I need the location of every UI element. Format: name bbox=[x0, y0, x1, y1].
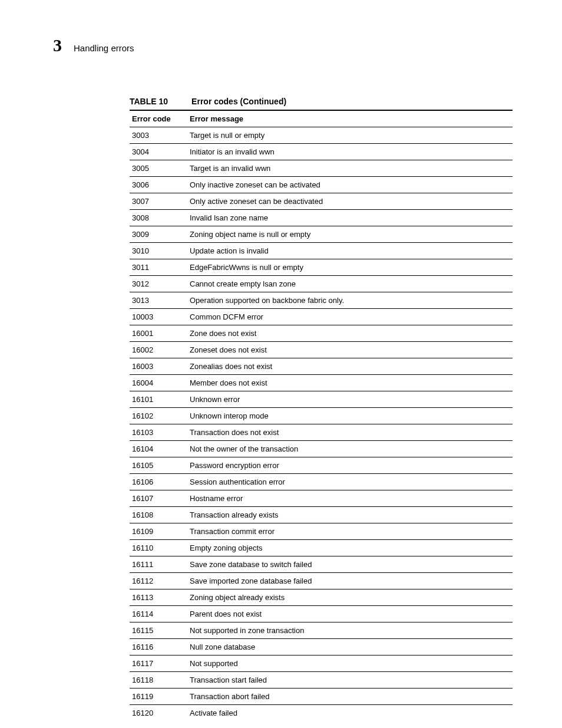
table-row: 16102Unknown interop mode bbox=[130, 408, 513, 424]
error-message-cell: Password encryption error bbox=[187, 457, 513, 474]
error-code-cell: 16117 bbox=[130, 655, 187, 672]
table-row: 10003Common DCFM error bbox=[130, 309, 513, 325]
table-row: 3010Update action is invalid bbox=[130, 243, 513, 259]
error-code-cell: 16105 bbox=[130, 457, 187, 474]
table-row: 16109Transaction commit error bbox=[130, 523, 513, 540]
table-row: 3003Target is null or empty bbox=[130, 127, 513, 144]
col-header-message: Error message bbox=[187, 110, 513, 127]
error-message-cell: Common DCFM error bbox=[187, 309, 513, 325]
error-code-cell: 16004 bbox=[130, 375, 187, 391]
table-row: 3004Initiator is an invalid wwn bbox=[130, 144, 513, 160]
table-row: 16101Unknown error bbox=[130, 391, 513, 408]
error-message-cell: Initiator is an invalid wwn bbox=[187, 144, 513, 160]
table-row: 16003Zonealias does not exist bbox=[130, 358, 513, 375]
table-row: 3012Cannot create empty lsan zone bbox=[130, 276, 513, 292]
table-row: 16115Not supported in zone transaction bbox=[130, 622, 513, 639]
table-row: 16118Transaction start failed bbox=[130, 672, 513, 689]
error-code-cell: 16108 bbox=[130, 507, 187, 523]
error-code-cell: 3005 bbox=[130, 160, 187, 177]
error-code-cell: 3011 bbox=[130, 259, 187, 276]
error-code-cell: 16113 bbox=[130, 589, 187, 606]
error-message-cell: Operation supported on backbone fabric o… bbox=[187, 292, 513, 309]
table-row: 3007Only active zoneset can be deactivat… bbox=[130, 193, 513, 210]
error-message-cell: Transaction start failed bbox=[187, 672, 513, 689]
table-caption-row: TABLE 10 Error codes (Continued) bbox=[130, 97, 515, 106]
table-caption: Error codes (Continued) bbox=[191, 97, 286, 106]
error-message-cell: Cannot create empty lsan zone bbox=[187, 276, 513, 292]
error-code-cell: 3004 bbox=[130, 144, 187, 160]
error-message-cell: Empty zoning objects bbox=[187, 540, 513, 556]
error-message-cell: Zonealias does not exist bbox=[187, 358, 513, 375]
error-message-cell: Zoneset does not exist bbox=[187, 342, 513, 358]
error-message-cell: Unknown error bbox=[187, 391, 513, 408]
error-message-cell: Transaction commit error bbox=[187, 523, 513, 540]
error-code-cell: 16118 bbox=[130, 672, 187, 689]
error-code-cell: 16107 bbox=[130, 490, 187, 507]
error-code-cell: 3007 bbox=[130, 193, 187, 210]
table-row: 16111Save zone database to switch failed bbox=[130, 556, 513, 573]
error-code-cell: 16109 bbox=[130, 523, 187, 540]
error-message-cell: Member does not exist bbox=[187, 375, 513, 391]
error-code-cell: 16001 bbox=[130, 325, 187, 342]
table-row: 16116Null zone database bbox=[130, 639, 513, 655]
error-code-cell: 16101 bbox=[130, 391, 187, 408]
error-codes-table: Error code Error message 3003Target is n… bbox=[130, 110, 513, 721]
table-row: 16107Hostname error bbox=[130, 490, 513, 507]
error-message-cell: Activate failed bbox=[187, 705, 513, 722]
error-code-cell: 16112 bbox=[130, 573, 187, 589]
error-message-cell: Only inactive zoneset can be activated bbox=[187, 177, 513, 193]
error-code-cell: 3013 bbox=[130, 292, 187, 309]
table-row: 16114Parent does not exist bbox=[130, 606, 513, 622]
table-row: 16105Password encryption error bbox=[130, 457, 513, 474]
table-row: 16103Transaction does not exist bbox=[130, 424, 513, 441]
error-code-cell: 16114 bbox=[130, 606, 187, 622]
table-row: 16104Not the owner of the transaction bbox=[130, 441, 513, 457]
error-message-cell: Invalid lsan zone name bbox=[187, 210, 513, 226]
error-code-cell: 16003 bbox=[130, 358, 187, 375]
error-code-cell: 3003 bbox=[130, 127, 187, 144]
error-message-cell: Not supported in zone transaction bbox=[187, 622, 513, 639]
table-row: 16113Zoning object already exists bbox=[130, 589, 513, 606]
error-message-cell: Target is an invalid wwn bbox=[187, 160, 513, 177]
error-message-cell: Transaction does not exist bbox=[187, 424, 513, 441]
error-message-cell: Not supported bbox=[187, 655, 513, 672]
error-message-cell: Zone does not exist bbox=[187, 325, 513, 342]
error-code-cell: 3009 bbox=[130, 226, 187, 243]
section-title: Handling errors bbox=[74, 43, 134, 53]
error-code-cell: 16111 bbox=[130, 556, 187, 573]
error-code-cell: 3010 bbox=[130, 243, 187, 259]
error-code-cell: 10003 bbox=[130, 309, 187, 325]
error-message-cell: Hostname error bbox=[187, 490, 513, 507]
table-row: 16106Session authentication error bbox=[130, 474, 513, 490]
table-row: 3009Zoning object name is null or empty bbox=[130, 226, 513, 243]
page-header: 3 Handling errors bbox=[53, 35, 515, 55]
error-code-cell: 16116 bbox=[130, 639, 187, 655]
error-code-cell: 3006 bbox=[130, 177, 187, 193]
error-message-cell: Save zone database to switch failed bbox=[187, 556, 513, 573]
error-message-cell: Parent does not exist bbox=[187, 606, 513, 622]
error-code-cell: 16106 bbox=[130, 474, 187, 490]
error-code-cell: 16002 bbox=[130, 342, 187, 358]
table-row: 16004Member does not exist bbox=[130, 375, 513, 391]
error-code-cell: 16110 bbox=[130, 540, 187, 556]
table-row: 16120Activate failed bbox=[130, 705, 513, 722]
error-message-cell: Save imported zone database failed bbox=[187, 573, 513, 589]
table-row: 16117Not supported bbox=[130, 655, 513, 672]
table-row: 16108Transaction already exists bbox=[130, 507, 513, 523]
error-codes-table-container: TABLE 10 Error codes (Continued) Error c… bbox=[130, 97, 515, 721]
table-row: 16119Transaction abort failed bbox=[130, 689, 513, 705]
table-row: 16001Zone does not exist bbox=[130, 325, 513, 342]
col-header-code: Error code bbox=[130, 110, 187, 127]
error-message-cell: Transaction abort failed bbox=[187, 689, 513, 705]
table-header-row: Error code Error message bbox=[130, 110, 513, 127]
error-code-cell: 16103 bbox=[130, 424, 187, 441]
error-code-cell: 16120 bbox=[130, 705, 187, 722]
table-row: 3008Invalid lsan zone name bbox=[130, 210, 513, 226]
error-message-cell: Zoning object name is null or empty bbox=[187, 226, 513, 243]
error-code-cell: 16102 bbox=[130, 408, 187, 424]
table-row: 16112Save imported zone database failed bbox=[130, 573, 513, 589]
error-code-cell: 16119 bbox=[130, 689, 187, 705]
table-row: 16002Zoneset does not exist bbox=[130, 342, 513, 358]
error-message-cell: Null zone database bbox=[187, 639, 513, 655]
table-label: TABLE 10 bbox=[130, 97, 168, 106]
